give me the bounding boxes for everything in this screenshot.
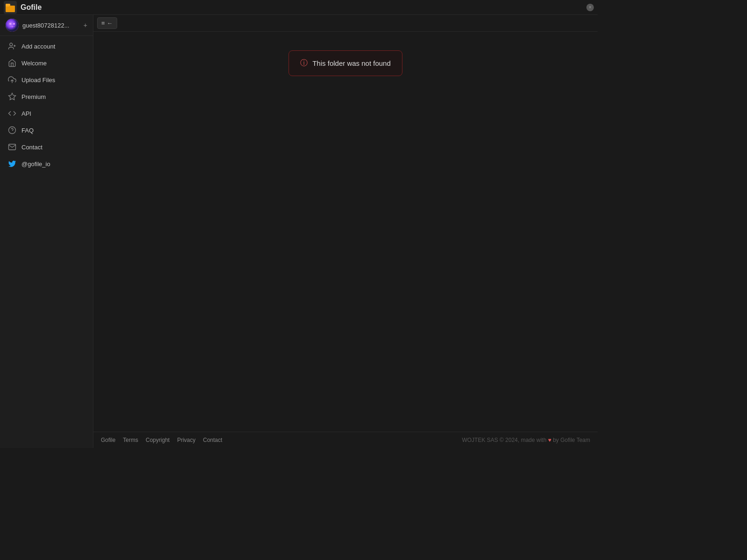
user-chevron-icon: + [84,21,87,29]
footer-copyright: WOJTEK SAS © 2024, made with ♥ by Gofile… [462,437,590,443]
twitter-icon [7,159,17,168]
username: guest80728122... [22,22,80,29]
sidebar-item-welcome[interactable]: Welcome [0,55,93,71]
content-area: ≡ ← ⓘ This folder was not found Gofile T… [93,15,598,448]
svg-rect-3 [6,6,15,12]
avatar [6,19,19,32]
app-title: Gofile [21,3,42,12]
sidebar-item-contact-label: Contact [21,144,42,151]
sidebar-item-twitter-label: @gofile_io [21,161,50,168]
sidebar-item-api[interactable]: API [0,105,93,122]
code-icon [7,109,17,118]
sidebar-item-upload-files[interactable]: Upload Files [0,71,93,88]
app-logo: Gofile [4,1,42,14]
footer-links: Gofile Terms Copyright Privacy Contact [101,437,222,443]
sidebar: guest80728122... + Add account [0,15,93,448]
footer-link-copyright[interactable]: Copyright [146,437,169,443]
footer-link-terms[interactable]: Terms [123,437,138,443]
sidebar-item-contact[interactable]: Contact [0,139,93,155]
copyright-text: WOJTEK SAS © 2024, made with [462,437,546,443]
main-layout: guest80728122... + Add account [0,15,598,448]
envelope-icon [7,142,17,152]
sidebar-item-add-account-label: Add account [21,43,55,50]
close-button[interactable]: × [586,4,594,11]
sidebar-item-premium[interactable]: Premium [0,88,93,105]
star-icon [7,92,17,101]
menu-icon: ≡ [101,20,105,27]
error-box: ⓘ This folder was not found [289,50,402,76]
footer: Gofile Terms Copyright Privacy Contact W… [93,432,598,448]
svg-point-11 [10,43,13,46]
sidebar-item-add-account[interactable]: Add account [0,38,93,55]
sidebar-item-twitter[interactable]: @gofile_io [0,155,93,172]
titlebar: Gofile × [0,0,598,15]
svg-point-7 [13,23,15,25]
logo-icon [4,1,17,14]
content-toolbar: ≡ ← [93,15,598,32]
error-circle-icon: ⓘ [300,58,308,68]
sidebar-user[interactable]: guest80728122... + [0,15,93,36]
content-main: ⓘ This folder was not found [93,32,598,432]
sidebar-item-api-label: API [21,110,31,117]
menu-button[interactable]: ≡ ← [97,17,117,29]
titlebar-left: Gofile [4,1,42,14]
svg-point-5 [6,19,19,32]
sidebar-item-premium-label: Premium [21,93,46,100]
svg-point-6 [9,23,11,25]
sidebar-nav: Add account Welcome [0,36,93,448]
question-circle-icon [7,126,17,135]
svg-rect-4 [6,4,10,7]
cloud-upload-icon [7,75,17,84]
sidebar-item-faq[interactable]: FAQ [0,122,93,139]
copyright-suffix: by Gofile Team [553,437,590,443]
sidebar-item-welcome-label: Welcome [21,60,47,67]
footer-link-privacy[interactable]: Privacy [177,437,195,443]
svg-marker-15 [9,93,16,100]
svg-point-9 [10,26,11,27]
footer-link-contact[interactable]: Contact [203,437,222,443]
person-plus-icon [7,42,17,51]
svg-point-10 [14,26,14,27]
heart-icon: ♥ [548,437,553,443]
svg-point-16 [9,127,16,134]
sidebar-item-faq-label: FAQ [21,127,34,134]
sidebar-item-upload-files-label: Upload Files [21,77,55,84]
svg-point-8 [12,26,13,28]
back-icon: ← [107,20,113,27]
home-icon [7,58,17,68]
error-message: This folder was not found [312,59,391,67]
footer-link-gofile[interactable]: Gofile [101,437,115,443]
